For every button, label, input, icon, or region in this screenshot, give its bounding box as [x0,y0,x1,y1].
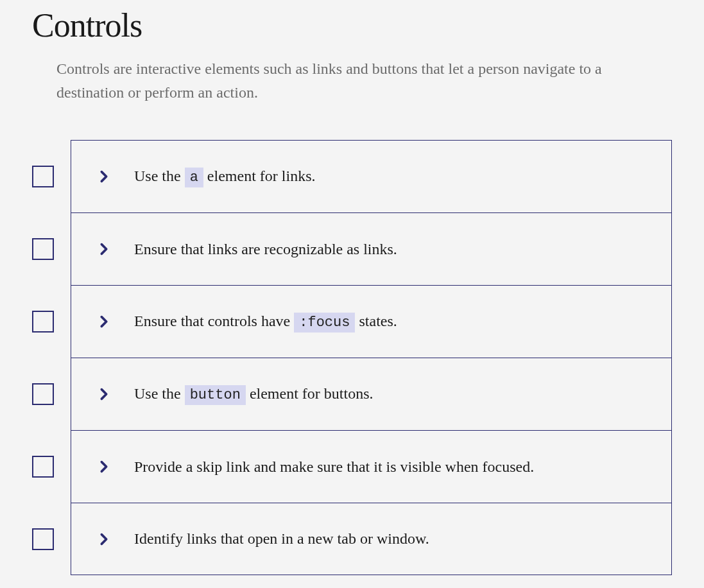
text-segment: Ensure that links are recognizable as li… [134,241,397,257]
chevron-right-icon [97,169,111,184]
code-token: button [185,385,246,405]
checklist-row: Ensure that links are recognizable as li… [32,212,672,285]
code-token: a [185,168,203,187]
checklist-item-text: Ensure that links are recognizable as li… [134,239,397,261]
checkbox[interactable] [32,238,54,260]
text-segment: element for links. [203,168,316,184]
section-heading: Controls [32,6,672,44]
text-segment: Identify links that open in a new tab or… [134,530,429,547]
checklist-item[interactable]: Use the a element for links. [71,140,672,212]
checklist-item-text: Ensure that controls have :focus states. [134,311,397,333]
checklist-row: Provide a skip link and make sure that i… [32,430,672,503]
checkbox-wrap [32,383,71,405]
checklist-row: Use the button element for buttons. [32,358,672,430]
checklist-item[interactable]: Use the button element for buttons. [71,358,672,430]
code-token: :focus [294,313,355,333]
checklist-row: Identify links that open in a new tab or… [32,503,672,575]
checkbox[interactable] [32,166,54,187]
chevron-right-icon [97,532,111,546]
checkbox-wrap [32,311,71,333]
checkbox-wrap [32,528,71,550]
checklist-item[interactable]: Provide a skip link and make sure that i… [71,430,672,503]
text-segment: Use the [134,385,185,402]
checkbox[interactable] [32,456,54,478]
checklist-item-text: Use the a element for links. [134,166,315,188]
checklist-item[interactable]: Ensure that links are recognizable as li… [71,212,672,285]
checklist-item-text: Use the button element for buttons. [134,383,373,406]
checkbox[interactable] [32,311,54,333]
checklist-item-text: Provide a skip link and make sure that i… [134,456,534,478]
text-segment: Provide a skip link and make sure that i… [134,458,534,475]
checklist: Use the a element for links.Ensure that … [32,140,672,575]
section-description: Controls are interactive elements such a… [56,57,647,105]
chevron-right-icon [97,387,111,401]
checkbox-wrap [32,166,71,187]
text-segment: states. [355,313,397,329]
checklist-row: Ensure that controls have :focus states. [32,285,672,358]
chevron-right-icon [97,315,111,329]
text-segment: Ensure that controls have [134,313,294,329]
checkbox-wrap [32,238,71,260]
chevron-right-icon [97,242,111,256]
checklist-item[interactable]: Identify links that open in a new tab or… [71,503,672,575]
text-segment: element for buttons. [246,385,373,402]
text-segment: Use the [134,168,185,184]
checkbox[interactable] [32,383,54,405]
chevron-right-icon [97,460,111,474]
checklist-row: Use the a element for links. [32,140,672,212]
checklist-item-text: Identify links that open in a new tab or… [134,528,429,550]
checklist-item[interactable]: Ensure that controls have :focus states. [71,285,672,358]
checkbox[interactable] [32,528,54,550]
checkbox-wrap [32,456,71,478]
